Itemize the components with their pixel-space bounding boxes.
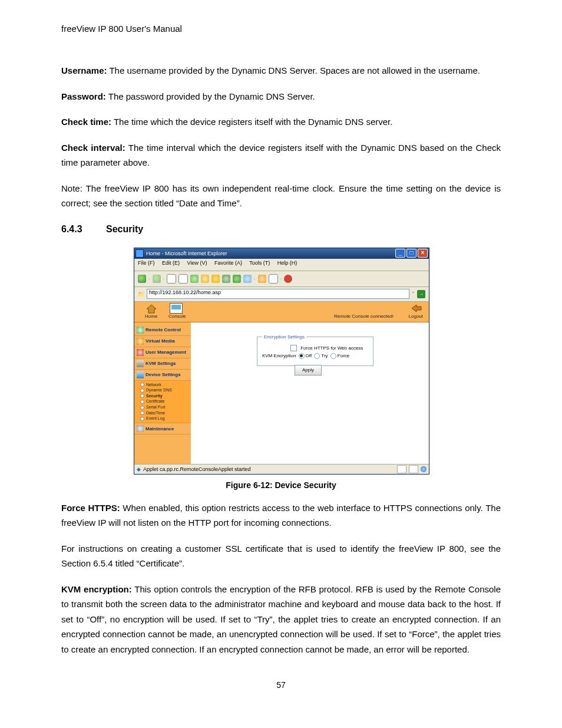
sidebar-sub-dynamic-dns[interactable]: Dynamic DNS: [134, 387, 191, 393]
messenger-icon[interactable]: [284, 275, 292, 283]
window-titlebar: Home - Microsoft Internet Explorer _ □ ×: [134, 248, 429, 259]
sidebar-item-virtual-media[interactable]: Virtual Media: [134, 336, 191, 347]
address-dropdown-icon[interactable]: ˅: [412, 291, 415, 297]
kvm-enc-off-label: Off: [306, 353, 312, 358]
encryption-settings-group: Encryption Settings Force HTTPS for Web …: [257, 334, 373, 366]
history-icon[interactable]: [222, 275, 230, 283]
console-button-icon[interactable]: [170, 303, 183, 314]
para-note: Note: The freeView IP 800 has its own in…: [61, 181, 501, 211]
sidebar-sub-serial-port[interactable]: Serial Port: [134, 404, 191, 410]
figure-caption: Figure 6-12: Device Security: [61, 480, 501, 490]
kvm-enc-force-label: Force: [338, 353, 349, 358]
sidebar-item-kvm-settings[interactable]: KVM Settings: [134, 358, 191, 370]
device-settings-icon: [137, 371, 144, 378]
logout-icon[interactable]: [411, 304, 422, 312]
kvm-encryption-label: KVM Encryption: [262, 353, 296, 358]
running-header: freeView IP 800 User's Manual: [61, 24, 501, 34]
sidebar-item-maintenance[interactable]: Maintenance: [134, 423, 191, 434]
para-check-time: Check time: The time which the device re…: [61, 114, 501, 130]
sidebar-sub-event-log[interactable]: Event Log: [134, 416, 191, 421]
refresh-icon[interactable]: [178, 274, 188, 284]
mail-icon[interactable]: [258, 275, 266, 283]
remote-control-icon: [137, 327, 144, 334]
kvm-enc-try-label: Try: [321, 353, 328, 358]
page-number: 57: [61, 680, 501, 690]
media-icon[interactable]: [233, 275, 241, 283]
folder-icon: 📁: [138, 291, 144, 297]
applet-icon: ◆: [137, 466, 141, 472]
ie-icon: [135, 249, 144, 258]
kvm-settings-icon: [137, 360, 144, 367]
home-label[interactable]: Home: [145, 314, 157, 319]
favorites-icon[interactable]: [211, 275, 220, 283]
menu-help[interactable]: Help (H): [277, 260, 297, 266]
print-icon[interactable]: [243, 275, 252, 283]
status-seg-1: [397, 465, 406, 473]
force-https-label: Force HTTPS for Web access: [300, 345, 363, 350]
forward-icon[interactable]: [153, 275, 161, 283]
maximize-button[interactable]: □: [406, 249, 416, 258]
address-field[interactable]: http://192.168.10.22/home.asp: [147, 289, 409, 299]
sidebar-sub-network[interactable]: Network: [134, 382, 191, 388]
go-button[interactable]: →: [417, 290, 425, 298]
toolbar: · · · ·: [134, 271, 429, 287]
menu-tools[interactable]: Tools (T): [249, 260, 270, 266]
browser-status-bar: ◆ Applet ca.pp.rc.RemoteConsoleApplet st…: [134, 464, 429, 474]
section-heading: 6.4.3Security: [61, 224, 501, 235]
kvm-enc-force-radio[interactable]: [330, 353, 336, 359]
sidebar-item-remote-control[interactable]: Remote Control: [134, 325, 191, 336]
home-icon[interactable]: [190, 275, 199, 283]
kvm-enc-off-radio[interactable]: [299, 353, 305, 359]
stop-icon[interactable]: [167, 274, 176, 284]
force-https-checkbox[interactable]: [290, 345, 297, 351]
main-panel: Encryption Settings Force HTTPS for Web …: [191, 322, 429, 464]
sidebar-item-user-management[interactable]: User Management: [134, 347, 191, 358]
status-seg-2: [409, 465, 418, 473]
virtual-media-icon: [137, 338, 144, 345]
para-force-https: Force HTTPS: When enabled, this option r…: [61, 500, 501, 531]
home-button-icon[interactable]: [146, 304, 157, 314]
logout-label[interactable]: Logout: [409, 314, 423, 319]
internet-zone-icon: [421, 466, 427, 472]
encryption-legend: Encryption Settings: [262, 334, 306, 340]
status-text: Applet ca.pp.rc.RemoteConsoleApplet star…: [143, 466, 251, 472]
edit-icon[interactable]: [269, 274, 278, 284]
para-kvm-encryption: KVM encryption: This option controls the…: [61, 582, 501, 657]
menu-bar: File (F) Edit (E) View (V) Favorite (A) …: [134, 259, 429, 271]
window-title: Home - Microsoft Internet Explorer: [146, 251, 227, 256]
menu-view[interactable]: View (V): [187, 260, 207, 266]
menu-favorites[interactable]: Favorite (A): [214, 260, 242, 266]
para-check-interval: Check interval: The time interval which …: [61, 140, 501, 170]
svg-marker-0: [147, 305, 156, 313]
figure-screenshot: Home - Microsoft Internet Explorer _ □ ×…: [134, 248, 428, 475]
sidebar-sub-security[interactable]: Security: [134, 393, 191, 399]
app-header: Home Console Remote Console connected! L…: [134, 302, 429, 322]
apply-button[interactable]: Apply: [295, 365, 322, 375]
para-password: Password: The password provided by the D…: [61, 89, 501, 104]
maintenance-icon: [137, 425, 144, 432]
para-username: Username: The username provided by the D…: [61, 63, 501, 78]
sidebar-sub-certificate[interactable]: Certificate: [134, 398, 191, 404]
para-cert-ref: For instructions on creating a customer …: [61, 541, 501, 571]
close-button[interactable]: ×: [418, 249, 428, 258]
minimize-button[interactable]: _: [395, 249, 405, 258]
menu-edit[interactable]: Edit (E): [162, 260, 180, 266]
kvm-enc-try-radio[interactable]: [314, 353, 320, 359]
menu-file[interactable]: File (F): [138, 260, 155, 266]
connection-status: Remote Console connected!: [334, 314, 394, 319]
sidebar: Remote Control Virtual Media User Manage…: [134, 322, 191, 464]
user-management-icon: [137, 349, 144, 356]
sidebar-item-device-settings[interactable]: Device Settings: [134, 370, 191, 381]
console-label[interactable]: Console: [168, 314, 186, 319]
address-bar: 📁 http://192.168.10.22/home.asp ˅ →: [134, 287, 429, 302]
back-icon[interactable]: [138, 275, 146, 283]
sidebar-sub-date-time[interactable]: Date/Time: [134, 410, 191, 416]
search-icon[interactable]: [201, 275, 209, 283]
